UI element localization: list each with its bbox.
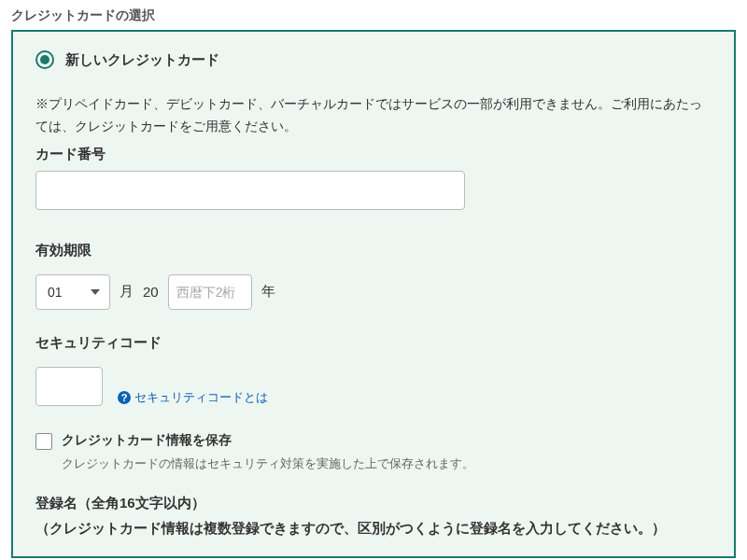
chevron-down-icon (91, 289, 100, 295)
expiry-year-input[interactable] (168, 274, 252, 310)
year-unit-label: 年 (261, 283, 275, 301)
section-title: クレジットカードの選択 (11, 0, 736, 30)
card-number-input[interactable] (35, 171, 465, 210)
security-code-help-link[interactable]: ? セキュリティコードとは (118, 389, 268, 406)
question-icon: ? (118, 391, 131, 404)
security-code-label: セキュリティコード (35, 334, 712, 352)
expiry-month-select[interactable]: 01 (35, 274, 110, 310)
card-number-label: カード番号 (35, 146, 712, 163)
expiry-month-value: 01 (48, 285, 63, 300)
save-card-checkbox[interactable] (35, 433, 52, 450)
credit-card-panel: 新しいクレジットカード ※プリペイドカード、デビットカード、バーチャルカードでは… (11, 30, 736, 558)
radio-selected-icon (35, 50, 54, 69)
security-code-help-text: セキュリティコードとは (134, 389, 268, 406)
month-unit-label: 月 (120, 283, 134, 301)
registration-name-sub: （クレジットカード情報は複数登録できますので、区別がつくように登録名を入力してく… (35, 520, 712, 538)
new-card-label: 新しいクレジットカード (65, 51, 219, 69)
security-code-input[interactable] (35, 367, 103, 406)
new-card-radio-row[interactable]: 新しいクレジットカード (35, 50, 712, 69)
year-prefix-label: 20 (143, 284, 159, 300)
expiry-label: 有効期限 (35, 242, 712, 259)
save-card-label: クレジットカード情報を保存 (62, 432, 232, 449)
prepaid-notice: ※プリペイドカード、デビットカード、バーチャルカードではサービスの一部が利用でき… (35, 93, 712, 138)
registration-name-label: 登録名（全角16文字以内） (35, 495, 712, 512)
save-card-description: クレジットカードの情報はセキュリティ対策を実施した上で保存されます。 (62, 455, 712, 472)
